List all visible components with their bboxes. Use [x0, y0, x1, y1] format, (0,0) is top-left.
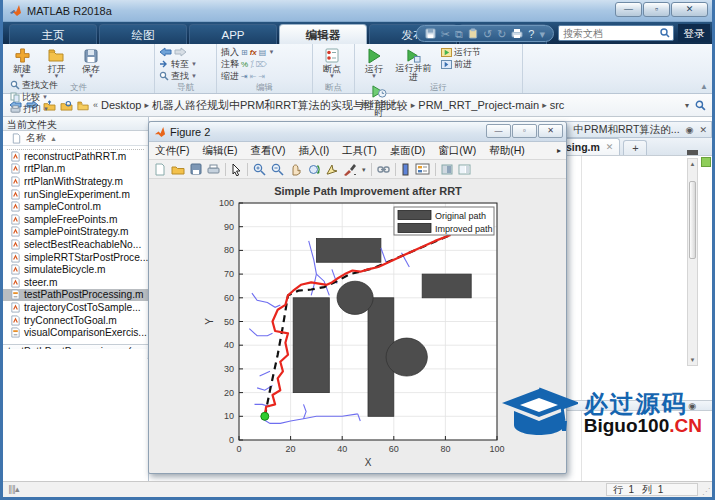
- file-row[interactable]: samplePointStrategy.m: [3, 226, 148, 239]
- file-row[interactable]: reconstructPathRRT.m: [3, 150, 148, 163]
- menu-tools[interactable]: 工具(T): [342, 144, 376, 158]
- menu-help[interactable]: 帮助(H): [489, 144, 525, 158]
- editor-scrollbar[interactable]: ▲ ▼: [687, 158, 698, 366]
- brush-dropdown-icon[interactable]: ▾: [362, 163, 366, 176]
- resize-grip-icon[interactable]: ⋰: [702, 487, 710, 496]
- sort-ascending-icon[interactable]: ▲: [50, 135, 57, 142]
- paste-icon[interactable]: [468, 28, 478, 39]
- title-bar[interactable]: MATLAB R2018a — ▫ ✕: [3, 0, 712, 22]
- scroll-down-icon[interactable]: ▼: [688, 355, 697, 365]
- address-dropdown-icon[interactable]: ▾: [685, 101, 689, 110]
- new-button[interactable]: 新建▼: [7, 46, 37, 79]
- back-icon[interactable]: [159, 47, 172, 57]
- smart-indent-icon[interactable]: ⇥: [241, 72, 248, 81]
- insert-image-icon[interactable]: ▤: [259, 48, 267, 57]
- file-row[interactable]: rrtPlanWithStrategy.m: [3, 175, 148, 188]
- editor-close-icon[interactable]: ✕: [699, 125, 707, 135]
- file-row[interactable]: tryConnectToGoal.m: [3, 314, 148, 327]
- advance-button[interactable]: 前进: [441, 58, 481, 70]
- fig-new-icon[interactable]: [154, 163, 166, 176]
- figure-minimize-button[interactable]: —: [486, 124, 511, 138]
- colorbar-icon[interactable]: [401, 163, 410, 176]
- file-row[interactable]: visualComparisonExercis...: [3, 326, 148, 339]
- address-search-icon[interactable]: [695, 100, 706, 111]
- menu-overflow-icon[interactable]: ▸: [557, 146, 561, 155]
- show-plot-tools-icon[interactable]: [458, 164, 471, 175]
- menu-desktop[interactable]: 桌面(D): [390, 144, 426, 158]
- file-row[interactable]: sampleFreePoints.m: [3, 213, 148, 226]
- file-row[interactable]: rrtPlan.m: [3, 163, 148, 176]
- pan-hand-icon[interactable]: [289, 163, 302, 176]
- hide-plot-tools-icon[interactable]: [441, 164, 453, 175]
- cut-icon[interactable]: ✂: [441, 27, 450, 41]
- goto-button[interactable]: 转至▼: [159, 58, 212, 70]
- file-row[interactable]: simulateBicycle.m: [3, 263, 148, 276]
- editor-tab[interactable]: sing.m ✕: [559, 138, 620, 155]
- current-folder-title[interactable]: 当前文件夹: [3, 117, 148, 131]
- copy-icon[interactable]: ⧉: [455, 27, 463, 41]
- zoom-in-icon[interactable]: [253, 163, 266, 176]
- code-analyzer-indicator[interactable]: [701, 157, 711, 167]
- brush-icon[interactable]: [343, 163, 357, 176]
- new-tab-button[interactable]: +: [623, 140, 647, 155]
- scrollbar-thumb[interactable]: [689, 181, 696, 259]
- figure-title-bar[interactable]: Figure 2 — ▫ ✕: [149, 122, 566, 142]
- breakpoints-button[interactable]: 断点▼: [317, 46, 347, 79]
- file-row[interactable]: trajectoryCostToSample...: [3, 301, 148, 314]
- name-column-header[interactable]: 名称 ▲: [3, 131, 148, 146]
- print-button[interactable]: 打印▼: [10, 103, 58, 115]
- file-row[interactable]: simpleRRTStarPostProce...: [3, 251, 148, 264]
- link-plot-icon[interactable]: [377, 164, 390, 175]
- fig-save-icon[interactable]: [190, 163, 202, 175]
- statusbar-grip-icon[interactable]: ∥∥▴: [8, 484, 19, 494]
- file-row[interactable]: sampleControl.m: [3, 200, 148, 213]
- indent-left-icon[interactable]: ⇤: [250, 72, 257, 81]
- fig-print-icon[interactable]: [207, 164, 220, 175]
- undo-icon[interactable]: ↺: [483, 27, 492, 41]
- redo-icon[interactable]: ↻: [497, 27, 506, 41]
- open-button[interactable]: 打开▼: [41, 46, 71, 79]
- editor-menu-icon[interactable]: ◉: [686, 125, 694, 135]
- search-icon[interactable]: [660, 28, 670, 38]
- comment-icon[interactable]: %: [241, 60, 248, 69]
- run-and-advance-button[interactable]: 运行并前进: [393, 46, 433, 82]
- pointer-icon[interactable]: [231, 163, 242, 176]
- insert-fx-icon[interactable]: fx: [250, 48, 257, 57]
- save-icon[interactable]: [425, 28, 436, 39]
- login-button[interactable]: 登录: [678, 24, 710, 42]
- help-icon[interactable]: ?: [528, 27, 534, 41]
- tab-close-icon[interactable]: ✕: [606, 142, 614, 152]
- save-button[interactable]: 保存▼: [76, 46, 106, 79]
- menu-file[interactable]: 文件(F): [155, 144, 189, 158]
- menu-edit[interactable]: 编辑(E): [202, 144, 237, 158]
- zoom-out-icon[interactable]: [271, 163, 284, 176]
- minimize-button[interactable]: —: [615, 2, 642, 17]
- indent-right-icon[interactable]: ⇥: [258, 72, 265, 81]
- tab-plots[interactable]: 绘图: [99, 24, 187, 44]
- find-button[interactable]: 查找▼: [159, 70, 212, 82]
- file-row-selected[interactable]: testPathPostProcessing.m: [3, 289, 148, 302]
- ribbon-collapse-icon[interactable]: ▲: [700, 82, 708, 91]
- rotate-3d-icon[interactable]: [307, 163, 320, 176]
- uncomment-icon[interactable]: ⁒: [250, 60, 254, 69]
- search-input[interactable]: [558, 25, 674, 41]
- maximize-button[interactable]: ▫: [643, 2, 670, 17]
- figure-restore-button[interactable]: ▫: [512, 124, 537, 138]
- run-section-button[interactable]: 运行节: [441, 46, 481, 58]
- scroll-up-icon[interactable]: ▲: [688, 159, 697, 169]
- tab-home[interactable]: 主页: [9, 24, 97, 44]
- insert-section-icon[interactable]: ⊞: [241, 48, 248, 57]
- breadcrumb-project-main[interactable]: PRM_RRT_Project-main: [418, 99, 539, 111]
- file-list[interactable]: reconstructPathRRT.m rrtPlan.m rrtPlanWi…: [3, 146, 148, 344]
- fig-open-icon[interactable]: [171, 164, 185, 175]
- menu-insert[interactable]: 插入(I): [298, 144, 329, 158]
- print-icon[interactable]: [511, 28, 523, 39]
- breadcrumb-desktop[interactable]: Desktop: [101, 99, 141, 111]
- menu-window[interactable]: 窗口(W): [438, 144, 476, 158]
- tab-editor[interactable]: 编辑器: [279, 24, 367, 44]
- wrap-comment-icon[interactable]: ⌦: [256, 60, 267, 69]
- legend-icon[interactable]: [415, 163, 430, 175]
- file-row[interactable]: steer.m: [3, 276, 148, 289]
- close-button[interactable]: ✕: [671, 2, 708, 17]
- file-row[interactable]: selectBestReachableNo...: [3, 238, 148, 251]
